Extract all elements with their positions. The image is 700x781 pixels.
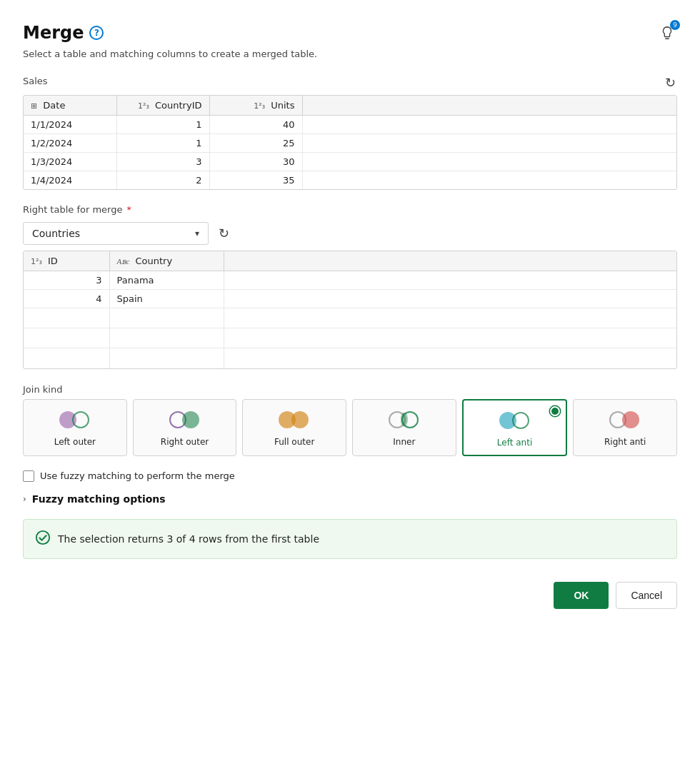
- sales-table-container: ⊞ Date 1²₃ CountryID 1²₃ Units 1/1/2024 …: [23, 95, 677, 190]
- sales-row-2: 1/2/2024 1 25: [24, 134, 676, 153]
- text-icon-1: Aʙc: [117, 257, 130, 266]
- sales-table-header: ⊞ Date 1²₃ CountryID 1²₃ Units: [24, 96, 676, 116]
- numeric-icon-2: 1²₃: [254, 101, 265, 111]
- sales-r3-date: 1/3/2024: [24, 153, 116, 171]
- venn-ro-right: [182, 411, 199, 428]
- numeric-icon-1: 1²₃: [138, 101, 149, 111]
- right-r1-id: 3: [24, 271, 109, 290]
- sales-r4-units: 35: [209, 171, 302, 190]
- sales-row-1: 1/1/2024 1 40: [24, 116, 676, 134]
- fuzzy-options-section[interactable]: › Fuzzy matching options: [23, 493, 677, 505]
- right-table-refresh-button[interactable]: ↻: [217, 224, 231, 243]
- right-table-dropdown[interactable]: Countries ▾: [23, 222, 209, 245]
- numeric-icon-3: 1²₃: [31, 257, 42, 266]
- right-row-empty-1: [24, 308, 676, 328]
- right-row-1: 3 Panama: [24, 271, 676, 290]
- sales-col-empty: [302, 96, 676, 116]
- right-r5-empty: [224, 348, 676, 368]
- sales-col-date-label: Date: [43, 100, 65, 111]
- ok-button[interactable]: OK: [554, 582, 609, 609]
- join-left-anti-label: Left anti: [497, 438, 532, 448]
- join-right-anti[interactable]: Right anti: [573, 399, 677, 456]
- help-icon[interactable]: ?: [89, 26, 104, 40]
- chevron-down-icon: ▾: [195, 228, 199, 238]
- sales-r2-countryid: 1: [116, 134, 209, 153]
- right-col-country[interactable]: Aʙc Country: [109, 251, 224, 271]
- sales-col-countryid[interactable]: 1²₃ CountryID: [116, 96, 209, 116]
- sales-r2-empty: [302, 134, 676, 153]
- left-outer-venn: [59, 410, 91, 430]
- venn-fo-right: [291, 411, 309, 428]
- right-col-empty: [224, 251, 676, 271]
- join-right-outer-label: Right outer: [161, 437, 209, 447]
- fuzzy-checkbox[interactable]: [23, 470, 34, 482]
- sales-col-countryid-label: CountryID: [155, 100, 202, 111]
- join-left-anti[interactable]: Left anti: [462, 399, 568, 456]
- sales-r2-units: 25: [209, 134, 302, 153]
- right-r5-country: [109, 348, 224, 368]
- sales-section-header: Sales ↻: [23, 74, 677, 92]
- sales-table-body: 1/1/2024 1 40 1/2/2024 1 25 1/3/2024 3 3…: [24, 116, 676, 190]
- right-table-section-header: Right table for merge *: [23, 204, 677, 219]
- right-table: 1²₃ ID Aʙc Country 3 Panama 4 Spain: [24, 251, 676, 368]
- title-group: Merge ?: [23, 23, 104, 43]
- right-table-controls: Countries ▾ ↻: [23, 222, 677, 245]
- sales-col-units[interactable]: 1²₃ Units: [209, 96, 302, 116]
- join-inner[interactable]: Inner: [352, 399, 456, 456]
- right-outer-venn: [169, 410, 201, 430]
- sales-refresh-button[interactable]: ↻: [664, 74, 677, 92]
- sales-label: Sales: [23, 76, 48, 86]
- join-left-outer-label: Left outer: [54, 437, 96, 447]
- right-r4-id: [24, 328, 109, 348]
- join-right-outer[interactable]: Right outer: [133, 399, 237, 456]
- header-top-right: 9: [657, 23, 677, 43]
- right-r1-empty: [224, 271, 676, 290]
- right-r1-country: Panama: [109, 271, 224, 290]
- sales-r4-countryid: 2: [116, 171, 209, 190]
- right-r5-id: [24, 348, 109, 368]
- right-r2-empty: [224, 290, 676, 308]
- fuzzy-label: Use fuzzy matching to perform the merge: [40, 470, 235, 481]
- right-r3-country: [109, 308, 224, 328]
- join-options: Left outer Right outer Full outer Inner: [23, 399, 677, 456]
- right-col-country-label: Country: [135, 256, 172, 266]
- sales-r2-date: 1/2/2024: [24, 134, 116, 153]
- right-r4-country: [109, 328, 224, 348]
- lightbulb-button[interactable]: 9: [657, 23, 677, 43]
- sales-row-3: 1/3/2024 3 30: [24, 153, 676, 171]
- join-right-anti-label: Right anti: [604, 437, 646, 447]
- right-anti-venn: [609, 410, 641, 430]
- chevron-right-icon: ›: [23, 494, 26, 504]
- sales-header-row: ⊞ Date 1²₃ CountryID 1²₃ Units: [24, 96, 676, 116]
- right-table-header: 1²₃ ID Aʙc Country: [24, 251, 676, 271]
- full-outer-venn: [279, 410, 310, 430]
- sales-row-4: 1/4/2024 2 35: [24, 171, 676, 190]
- right-table-label-text: Right table for merge: [23, 204, 122, 215]
- right-r3-empty: [224, 308, 676, 328]
- inner-overlap: [401, 413, 408, 427]
- page-title: Merge: [23, 23, 84, 43]
- join-full-outer-label: Full outer: [274, 437, 314, 447]
- sales-r1-date: 1/1/2024: [24, 116, 116, 134]
- right-table-body: 3 Panama 4 Spain: [24, 271, 676, 368]
- fuzzy-options-label: Fuzzy matching options: [32, 493, 166, 505]
- sales-r1-empty: [302, 116, 676, 134]
- header: Merge ? 9: [23, 23, 677, 43]
- join-inner-label: Inner: [393, 437, 415, 447]
- sales-col-date[interactable]: ⊞ Date: [24, 96, 116, 116]
- join-kind-section: Join kind: [23, 383, 677, 395]
- right-table-label: Right table for merge *: [23, 204, 131, 215]
- svg-point-0: [36, 530, 49, 543]
- right-row-empty-2: [24, 328, 676, 348]
- right-header-row: 1²₃ ID Aʙc Country: [24, 251, 676, 271]
- right-r2-id: 4: [24, 290, 109, 308]
- sales-r3-countryid: 3: [116, 153, 209, 171]
- join-left-outer[interactable]: Left outer: [23, 399, 127, 456]
- venn-lo-right: [72, 411, 89, 428]
- cancel-button[interactable]: Cancel: [616, 582, 677, 609]
- selected-indicator: [550, 406, 560, 416]
- join-full-outer[interactable]: Full outer: [242, 399, 346, 456]
- right-col-id[interactable]: 1²₃ ID: [24, 251, 109, 271]
- sales-r4-date: 1/4/2024: [24, 171, 116, 190]
- sales-r1-units: 40: [209, 116, 302, 134]
